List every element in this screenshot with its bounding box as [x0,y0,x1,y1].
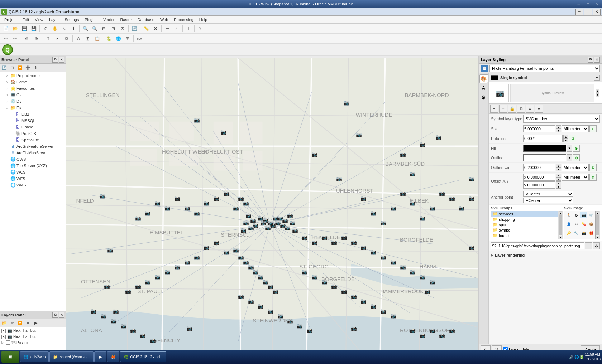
browser-refresh-btn[interactable]: 🔄 [1,64,8,72]
menu-help[interactable]: Help [196,17,210,23]
svg-img-8[interactable]: 📦 [588,221,595,227]
tree-item-db2[interactable]: 🗄 DB2 [0,111,66,117]
browser-add-btn[interactable]: ➕ [24,64,32,72]
rotation-spin-up[interactable]: ▲ [563,135,568,139]
sl-remove-btn[interactable]: − [499,105,507,113]
layers-filter-btn[interactable]: 🔽 [16,320,24,327]
tree-item-d[interactable]: ▷ 💿 D:/ [0,98,66,105]
layer-btn[interactable]: 📋 [93,35,101,43]
ss-more-btn[interactable]: ▼ [594,75,600,81]
task-shared-btn[interactable]: 📁 shared (\\vboxsrv... [49,351,93,362]
sl-add-btn[interactable]: + [490,105,498,113]
menu-database[interactable]: Database [135,17,157,23]
anchor-point-select1[interactable]: VCenter [523,191,573,197]
svg-item-shopping[interactable]: 📁 shopping [491,217,558,222]
tray-clock[interactable]: 11:58 AM 1/17/2018 [585,352,601,361]
identify-btn[interactable]: ℹ [69,25,78,33]
menu-view[interactable]: View [32,17,46,23]
tree-item-tileserver[interactable]: 🌐 Tile Server (XYZ) [0,162,66,169]
cut-btn[interactable]: ✂ [53,35,62,43]
svg-image-grid[interactable]: 🏃 ⚙ 📷 🛒 👤 ✂ 💊 📦 [564,211,596,239]
layer1-checkbox[interactable] [1,329,6,333]
task-play-btn[interactable]: ▶ [94,351,106,362]
measure-btn[interactable]: 📏 [142,25,150,33]
browser-close-btn[interactable]: ✕ [59,57,64,63]
svg-path-override-btn[interactable]: ⚙ [593,242,600,249]
svg-item-tourist[interactable]: 📁 tourist [491,233,558,238]
copy-tool-btn[interactable]: ⧉ [62,35,71,43]
ox-spin-down[interactable]: ▼ [556,177,561,181]
save-as-btn[interactable]: 💾 [29,25,38,33]
help-btn[interactable]: ? [196,25,205,33]
outline-override-btn[interactable]: ⚙ [573,154,580,161]
right-panel-float-btn[interactable]: ⧉ [588,57,593,63]
layers-close-btn[interactable]: ✕ [59,312,64,318]
svg-img-9[interactable]: 🔑 [565,230,572,236]
rotation-input[interactable] [523,135,563,142]
tree-item-arcgisfeature[interactable]: 🖥 ArcGisFeatureServer [0,143,66,150]
offset-y-input[interactable] [523,181,555,189]
tree-item-home[interactable]: ▷ 🏠 Home [0,79,66,85]
size-input[interactable] [523,125,555,132]
tree-item-spatialite[interactable]: 🗄 SpatiaLite [0,137,66,143]
start-button[interactable]: ⊞ [1,351,19,363]
svg-img-4[interactable]: 🛒 [588,212,595,218]
tree-item-mssql[interactable]: 🗄 MSSQL [0,117,66,124]
preview-sb-up[interactable]: ▲ [596,89,599,93]
field-calc-btn[interactable]: ∑ [83,35,92,43]
fill-color-swatch[interactable] [523,145,566,152]
size-spin-up[interactable]: ▲ [556,125,561,129]
svg-groups-sb-up[interactable]: ▲ [559,211,562,215]
plugin2-btn[interactable]: 🌐 [114,35,123,43]
fill-color-dropdown[interactable]: ▼ [567,145,572,152]
select-btn[interactable]: ↖ [60,25,68,33]
svg-path-browse-btn[interactable]: ... [585,242,592,249]
anchor-point-select2[interactable]: HCenter [523,198,573,203]
menu-layer[interactable]: Layer [46,17,62,23]
outline-width-unit-select[interactable]: Millimeter [562,164,589,171]
tree-item-ows[interactable]: 🌐 OWS [0,156,66,162]
svg-groups-sb-down[interactable]: ▼ [559,236,562,239]
text-btn[interactable]: T [184,25,193,33]
offset-x-input[interactable] [523,174,555,181]
svg-img-sb-down[interactable]: ▼ [596,236,599,239]
tab-rendering[interactable]: ⚙ [479,93,488,102]
sl-up-btn[interactable]: ▲ [526,105,534,113]
new-btn[interactable]: 📄 [1,25,10,33]
task-qgis-btn[interactable]: 🌿 QGIS 2.18.12 - qgi... [120,351,167,362]
digitize2-btn[interactable]: ✏ [11,35,19,43]
svg-img-11[interactable]: 📸 [580,230,587,236]
zoom-selection-btn[interactable]: ⊠ [118,25,127,33]
tree-item-wms[interactable]: 🌐 WMS [0,182,66,188]
svg-item-services[interactable]: 📁 services [491,211,558,217]
ow-spin-up[interactable]: ▲ [556,164,561,168]
svg-item-symbol[interactable]: 📁 symbol [491,227,558,233]
task-firefox-btn[interactable]: 🦊 [107,351,119,362]
layer-item-1[interactable]: 📷 Flickr Hambur... [0,327,66,334]
offset-unit-select[interactable]: Millimeter [562,174,589,181]
layer-rendering-header[interactable]: ▶ Layer rendering [491,252,600,258]
layer2-checkbox[interactable] [1,335,6,339]
menu-settings[interactable]: Settings [62,17,82,23]
refresh-btn[interactable]: 🔄 [130,25,139,33]
app-close-btn[interactable]: ✕ [593,9,601,15]
open-table-btn[interactable]: 🗃 [163,25,172,33]
snap-btn[interactable]: ⊕ [23,35,31,43]
svg-path-input[interactable] [491,242,584,249]
size-spin-down[interactable]: ▼ [556,129,561,132]
layer-name-dropdown[interactable]: Flickr Hamburg Fernsehturm points [489,65,600,72]
preview-sb-down[interactable]: ▼ [596,93,599,97]
layers-menu-btn[interactable]: ▶ [32,320,39,327]
rotation-override-btn[interactable]: ⚙ [569,135,576,142]
browser-float-btn[interactable]: ⧉ [52,57,58,63]
statistics-btn[interactable]: Σ [172,25,181,33]
app-restore-btn[interactable]: □ [584,9,592,15]
tree-item-wfs[interactable]: 🌐 WFS [0,175,66,182]
print-btn[interactable]: 🖨 [41,25,50,33]
sl-copy-btn[interactable]: ⧉ [517,105,525,113]
size-unit-select[interactable]: Millimeter [562,125,589,132]
oy-spin-up[interactable]: ▲ [556,181,561,185]
svg-img-10[interactable]: 🔧 [573,230,580,236]
layers-more-btn[interactable]: ≡ [24,320,32,327]
ow-override-btn[interactable]: ⚙ [589,164,597,171]
